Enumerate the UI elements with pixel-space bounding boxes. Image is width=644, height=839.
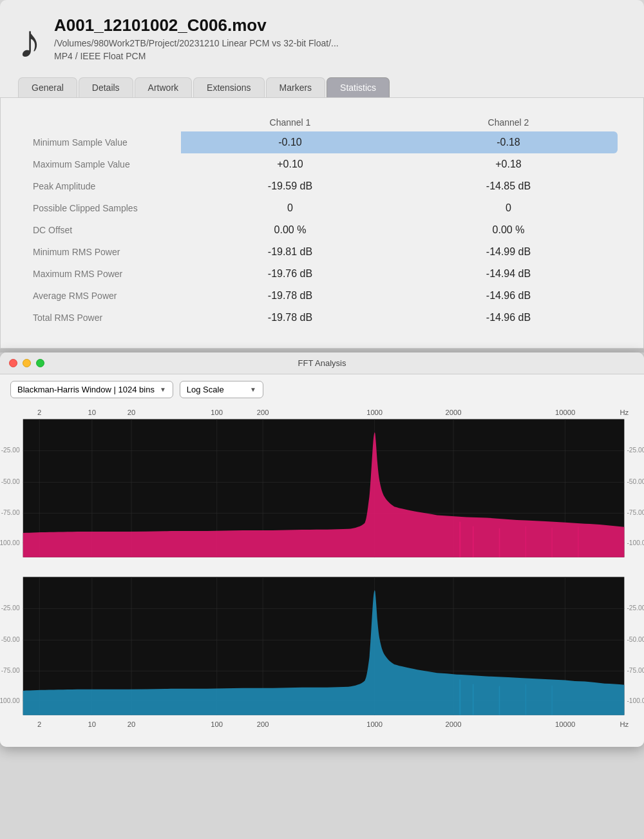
svg-text:-75.00: -75.00 [627, 509, 644, 516]
stats-label-8: Total RMS Power [26, 307, 181, 329]
svg-text:1000: 1000 [366, 720, 383, 728]
svg-text:10: 10 [88, 720, 96, 728]
svg-text:2: 2 [37, 409, 41, 416]
fft-chart-container: 2 10 20 100 200 1000 2000 10000 Hz [0, 405, 644, 747]
stats-ch1-1: +0.10 [181, 153, 399, 175]
stats-row-1: Maximum Sample Value +0.10 +0.18 [26, 153, 618, 175]
window-titlebar: FFT Analysis [0, 352, 644, 374]
tab-markers[interactable]: Markers [266, 77, 326, 97]
stats-label-1: Maximum Sample Value [26, 153, 181, 175]
svg-text:-50.00: -50.00 [1, 636, 20, 643]
stats-label-4: DC Offset [26, 219, 181, 241]
svg-text:100: 100 [211, 720, 223, 728]
stats-ch2-4: 0.00 % [399, 219, 618, 241]
stats-row-5: Minimum RMS Power -19.81 dB -14.99 dB [26, 241, 618, 263]
svg-text:-50.00: -50.00 [627, 636, 644, 643]
tab-extensions[interactable]: Extensions [193, 77, 264, 97]
svg-text:10000: 10000 [555, 720, 575, 728]
fft-window-title: FFT Analysis [298, 358, 346, 368]
stats-label-6: Maximum RMS Power [26, 263, 181, 285]
stats-ch2-1: +0.18 [399, 153, 618, 175]
stats-ch2-2: -14.85 dB [399, 175, 618, 197]
svg-text:-100.00: -100.00 [627, 539, 644, 546]
stats-label-3: Possible Clipped Samples [26, 197, 181, 219]
svg-text:-100.00: -100.00 [0, 539, 20, 546]
window-dropdown-arrow: ▼ [160, 386, 166, 393]
stats-ch2-7: -14.96 dB [399, 285, 618, 307]
svg-text:200: 200 [257, 720, 269, 728]
minimize-button[interactable] [23, 359, 31, 367]
svg-text:-25.00: -25.00 [1, 447, 20, 454]
stats-ch2-8: -14.96 dB [399, 307, 618, 329]
stats-row-2: Peak Amplitude -19.59 dB -14.85 dB [26, 175, 618, 197]
svg-text:2: 2 [37, 720, 41, 728]
stats-row-7: Average RMS Power -19.78 dB -14.96 dB [26, 285, 618, 307]
stats-ch2-5: -14.99 dB [399, 241, 618, 263]
svg-text:20: 20 [128, 409, 135, 416]
window-function-dropdown[interactable]: Blackman-Harris Window | 1024 bins ▼ [10, 381, 173, 398]
stats-ch1-8: -19.78 dB [181, 307, 399, 329]
label-col-header [26, 113, 181, 131]
svg-text:2000: 2000 [446, 720, 462, 728]
file-path: /Volumes/980Work2TB/Project/20231210 Lin… [54, 38, 339, 48]
svg-text:-50.00: -50.00 [627, 478, 644, 485]
stats-row-0: Minimum Sample Value -0.10 -0.18 [26, 131, 618, 153]
stats-ch1-4: 0.00 % [181, 219, 399, 241]
stats-ch1-6: -19.76 dB [181, 263, 399, 285]
stats-ch2-0: -0.18 [399, 131, 618, 153]
stats-row-8: Total RMS Power -19.78 dB -14.96 dB [26, 307, 618, 329]
tab-statistics[interactable]: Statistics [327, 77, 390, 97]
stats-label-7: Average RMS Power [26, 285, 181, 307]
scale-dropdown-arrow: ▼ [250, 386, 256, 393]
stats-label-0: Minimum Sample Value [26, 131, 181, 153]
stats-ch1-0: -0.10 [181, 131, 399, 153]
statistics-table: Channel 1 Channel 2 Minimum Sample Value… [26, 113, 618, 329]
file-title: A001_12101002_C006.mov [54, 15, 339, 35]
svg-text:-100.00: -100.00 [627, 697, 644, 704]
svg-text:-75.00: -75.00 [1, 667, 20, 674]
stats-ch1-3: 0 [181, 197, 399, 219]
svg-text:20: 20 [128, 720, 135, 728]
stats-row-6: Maximum RMS Power -19.76 dB -14.94 dB [26, 263, 618, 285]
stats-ch1-5: -19.81 dB [181, 241, 399, 263]
file-info: A001_12101002_C006.mov /Volumes/980Work2… [54, 15, 339, 61]
svg-text:-75.00: -75.00 [1, 509, 20, 516]
svg-text:1000: 1000 [366, 409, 383, 416]
file-format: MP4 / IEEE Float PCM [54, 51, 339, 61]
svg-text:100: 100 [211, 409, 223, 416]
svg-text:-100.00: -100.00 [0, 697, 20, 704]
statistics-panel: Channel 1 Channel 2 Minimum Sample Value… [0, 97, 644, 349]
tab-details[interactable]: Details [79, 77, 133, 97]
svg-text:-75.00: -75.00 [627, 667, 644, 674]
tabs-bar: General Details Artwork Extensions Marke… [18, 77, 626, 97]
file-header: ♪ A001_12101002_C006.mov /Volumes/980Wor… [18, 15, 626, 64]
window-function-label: Blackman-Harris Window | 1024 bins [17, 385, 155, 394]
svg-text:10: 10 [88, 409, 96, 416]
music-icon: ♪ [18, 18, 41, 64]
tab-general[interactable]: General [18, 77, 77, 97]
svg-text:2000: 2000 [446, 409, 462, 416]
scale-dropdown[interactable]: Log Scale ▼ [180, 381, 263, 398]
ch2-col-header: Channel 2 [399, 113, 618, 131]
stats-label-2: Peak Amplitude [26, 175, 181, 197]
stats-ch1-2: -19.59 dB [181, 175, 399, 197]
svg-text:-25.00: -25.00 [1, 604, 20, 612]
top-panel: ♪ A001_12101002_C006.mov /Volumes/980Wor… [0, 0, 644, 97]
maximize-button[interactable] [36, 359, 44, 367]
stats-row-3: Possible Clipped Samples 0 0 [26, 197, 618, 219]
svg-text:-25.00: -25.00 [627, 447, 644, 454]
ch1-col-header: Channel 1 [181, 113, 399, 131]
svg-text:-25.00: -25.00 [627, 604, 644, 612]
tab-artwork[interactable]: Artwork [135, 77, 192, 97]
svg-text:Hz: Hz [620, 720, 629, 728]
fft-controls: Blackman-Harris Window | 1024 bins ▼ Log… [0, 374, 644, 405]
stats-ch2-6: -14.94 dB [399, 263, 618, 285]
stats-ch1-7: -19.78 dB [181, 285, 399, 307]
fft-svg: 2 10 20 100 200 1000 2000 10000 Hz [0, 405, 644, 747]
close-button[interactable] [9, 359, 17, 367]
svg-text:200: 200 [257, 409, 269, 416]
svg-text:Hz: Hz [620, 409, 629, 416]
svg-text:-50.00: -50.00 [1, 478, 20, 485]
stats-row-4: DC Offset 0.00 % 0.00 % [26, 219, 618, 241]
svg-text:10000: 10000 [555, 409, 575, 416]
